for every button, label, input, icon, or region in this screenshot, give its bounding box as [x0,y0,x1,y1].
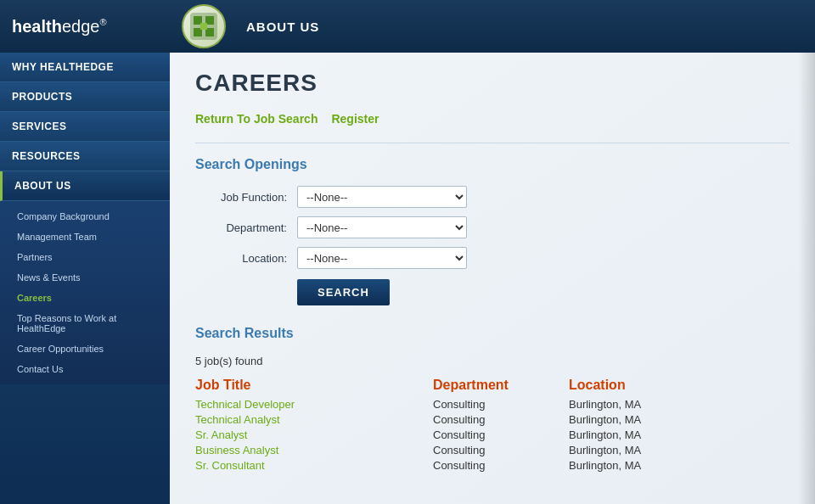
col-job-title-header: Job Title [195,378,433,398]
sidebar: WHY HEALTHEDGE PRODUCTS SERVICES RESOURC… [0,53,170,504]
department-select[interactable]: --None-- [297,216,467,238]
logo-reg: ® [99,17,106,27]
job-function-select[interactable]: --None-- [297,186,467,208]
header-logo-icon [182,4,226,48]
job-location: Burlington, MA [569,413,722,426]
svg-rect-5 [200,23,207,30]
job-department: Consulting [433,398,569,411]
col-location-header: Location [569,378,722,398]
logo: healthedge® [12,17,107,36]
sidebar-sub-top-reasons[interactable]: Top Reasons to Work at HealthEdge [0,308,170,339]
header-icon-area [170,0,238,53]
logo-light: edge [62,17,100,36]
sidebar-item-products[interactable]: PRODUCTS [0,82,170,112]
job-title-link[interactable]: Sr. Analyst [195,428,433,441]
register-link[interactable]: Register [331,112,379,126]
main-layout: WHY HEALTHEDGE PRODUCTS SERVICES RESOURC… [0,53,815,504]
sidebar-item-services[interactable]: SERVICES [0,112,170,142]
table-row: Technical Developer Consulting Burlingto… [195,398,790,411]
job-location: Burlington, MA [569,428,722,441]
sidebar-sub-company[interactable]: Company Background [0,206,170,227]
sidebar-item-resources[interactable]: RESOURCES [0,142,170,171]
sidebar-sub-items: Company Background Management Team Partn… [0,201,170,384]
location-label: Location: [195,252,297,265]
job-title-link[interactable]: Sr. Consultant [195,459,433,472]
sidebar-sub-partners[interactable]: Partners [0,247,170,267]
content-area: CAREERS Return To Job Search Register Se… [170,53,815,504]
search-form: Search Openings Job Function: --None-- D… [195,157,790,305]
table-row: Sr. Analyst Consulting Burlington, MA [195,428,790,441]
search-button[interactable]: SEARCH [297,279,390,305]
job-location: Burlington, MA [569,398,722,411]
sidebar-sub-careers[interactable]: Careers [0,288,170,308]
job-title-link[interactable]: Technical Developer [195,398,433,411]
divider [195,143,790,143]
search-btn-row: SEARCH [297,279,790,305]
results-section: Search Results 5 job(s) found Job Title … [195,326,790,472]
sidebar-sub-contact[interactable]: Contact Us [0,359,170,379]
header-nav-label: ABOUT US [246,20,319,34]
sidebar-sub-news[interactable]: News & Events [0,267,170,288]
location-select[interactable]: --None-- [297,247,467,269]
department-row: Department: --None-- [195,216,790,238]
job-title-link[interactable]: Technical Analyst [195,413,433,426]
location-row: Location: --None-- [195,247,790,269]
sidebar-sub-career-opportunities[interactable]: Career Opportunities [0,339,170,359]
top-header: healthedge® ABOUT US [0,0,815,53]
col-department-header: Department [433,378,569,398]
job-title-col-label: Job Title [195,378,433,393]
job-department: Consulting [433,444,569,456]
sidebar-sub-management[interactable]: Management Team [0,227,170,247]
table-row: Technical Analyst Consulting Burlington,… [195,413,790,426]
job-department: Consulting [433,413,569,426]
page-title: CAREERS [195,70,790,97]
job-location: Burlington, MA [569,444,722,456]
job-title-link[interactable]: Business Analyst [195,444,433,456]
header-logo-svg [188,11,219,42]
sidebar-item-about[interactable]: ABOUT US [0,171,170,201]
job-function-label: Job Function: [195,191,297,204]
table-row: Business Analyst Consulting Burlington, … [195,444,790,456]
job-department: Consulting [433,428,569,441]
search-section-title: Search Openings [195,157,790,172]
results-table: Job Title Department Location Technical … [195,378,790,472]
table-row: Sr. Consultant Consulting Burlington, MA [195,459,790,472]
results-rows: Technical Developer Consulting Burlingto… [195,398,790,472]
link-row: Return To Job Search Register [195,112,790,126]
job-location: Burlington, MA [569,459,722,472]
logo-bold: health [12,17,62,36]
sidebar-item-why[interactable]: WHY HEALTHEDGE [0,53,170,82]
location-col-label: Location [569,378,722,393]
logo-area: healthedge® [0,0,170,53]
results-header-row: Job Title Department Location [195,378,790,398]
return-link[interactable]: Return To Job Search [195,112,318,126]
results-section-title: Search Results [195,326,790,341]
job-function-row: Job Function: --None-- [195,186,790,208]
department-label: Department: [195,221,297,234]
job-department: Consulting [433,459,569,472]
results-count: 5 job(s) found [195,355,790,367]
department-col-label: Department [433,378,569,393]
